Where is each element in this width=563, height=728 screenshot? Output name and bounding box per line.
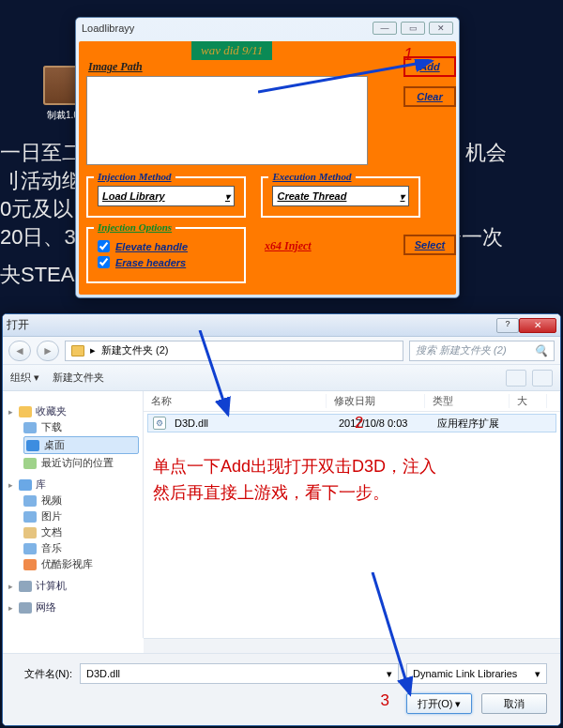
- youku-icon: [23, 559, 37, 570]
- dialog-footer: 文件名(N): D3D.dll▾ Dynamic Link Libraries▾…: [3, 653, 560, 725]
- cancel-button[interactable]: 取消: [481, 693, 547, 714]
- execution-method-value: Create Thread: [277, 190, 346, 202]
- execution-method-legend: Execution Method: [268, 171, 355, 182]
- image-path-label: Image Path: [88, 60, 449, 74]
- close-button[interactable]: ✕: [429, 22, 453, 35]
- star-icon: [19, 406, 32, 417]
- new-folder-button[interactable]: 新建文件夹: [53, 371, 104, 385]
- filetype-select[interactable]: Dynamic Link Libraries▾: [406, 663, 547, 684]
- tree-favorites[interactable]: 收藏夹: [36, 404, 67, 418]
- bg-text: 刂活动继: [0, 167, 83, 195]
- maximize-button[interactable]: ▭: [401, 22, 425, 35]
- bg-text: 一日至二: [0, 139, 83, 167]
- horizontal-scrollbar[interactable]: [144, 638, 560, 653]
- filename-label: 文件名(N):: [16, 667, 72, 681]
- execution-method-group: Execution Method Create Thread ▾: [261, 176, 420, 218]
- injection-method-value: Load Library: [102, 190, 165, 202]
- bg-text: 0元及以: [0, 195, 73, 223]
- download-icon: [23, 422, 37, 433]
- col-name[interactable]: 名称: [144, 394, 327, 408]
- annotation-2: 2: [355, 414, 363, 432]
- tree-documents[interactable]: 文档: [41, 525, 62, 539]
- annotation-1: 1: [403, 45, 413, 65]
- dialog-close-button[interactable]: ✕: [519, 318, 556, 333]
- annotation-3: 3: [381, 691, 389, 710]
- banner-text: wav did 9/11: [191, 41, 272, 60]
- document-icon: [23, 527, 37, 538]
- elevate-handle-label: Elevate handle: [115, 241, 188, 252]
- tree-downloads[interactable]: 下载: [41, 420, 62, 434]
- x64-inject-label: x64 Inject: [265, 239, 312, 253]
- filetype-value: Dynamic Link Libraries: [413, 668, 517, 679]
- help-icon[interactable]: [532, 370, 553, 387]
- file-name: D3D.dll: [171, 417, 335, 429]
- file-open-dialog: 打开 ? ✕ ◄ ► ▸ 新建文件夹 (2) 搜索 新建文件夹 (2) 🔍 组织…: [2, 313, 561, 726]
- organize-menu[interactable]: 组织 ▾: [10, 371, 39, 385]
- recent-icon: [23, 458, 37, 469]
- library-icon: [19, 479, 32, 491]
- folder-icon: [71, 345, 84, 356]
- dll-icon: ⚙: [153, 417, 166, 430]
- tree-computer[interactable]: 计算机: [36, 579, 67, 593]
- tree-music[interactable]: 音乐: [41, 541, 62, 555]
- file-type: 应用程序扩展: [434, 417, 518, 431]
- view-options-button[interactable]: [506, 370, 526, 387]
- bg-text: 20日、3: [0, 223, 76, 251]
- image-path-list[interactable]: [86, 76, 368, 165]
- tree-pictures[interactable]: 图片: [41, 509, 62, 523]
- computer-icon: [19, 581, 32, 592]
- file-row[interactable]: ⚙ D3D.dll 2017/10/8 0:03 应用程序扩展: [147, 414, 556, 432]
- erase-headers-label: Erase headers: [115, 257, 186, 268]
- nav-row: ◄ ► ▸ 新建文件夹 (2) 搜索 新建文件夹 (2) 🔍: [3, 337, 560, 365]
- search-icon: 🔍: [534, 344, 548, 357]
- injection-method-group: Injection Method Load Library ▾: [86, 176, 246, 218]
- tree-recent[interactable]: 最近访问的位置: [41, 456, 114, 470]
- clear-button[interactable]: Clear: [403, 86, 456, 107]
- file-date: 2017/10/8 0:03: [335, 417, 434, 429]
- breadcrumb-segment: 新建文件夹 (2): [101, 343, 169, 357]
- chevron-down-icon: ▾: [400, 191, 404, 202]
- nav-tree[interactable]: ▸收藏夹 下载 桌面 最近访问的位置 ▸库 视频 图片 文档 音乐 优酷影视库 …: [3, 391, 144, 638]
- tree-libraries[interactable]: 库: [36, 478, 46, 492]
- back-button[interactable]: ◄: [8, 341, 31, 361]
- filename-input[interactable]: D3D.dll▾: [80, 663, 399, 684]
- col-size[interactable]: 大: [510, 394, 547, 408]
- search-placeholder: 搜索 新建文件夹 (2): [416, 343, 507, 357]
- filename-value: D3D.dll: [86, 668, 120, 679]
- bg-text: 夬STEA: [0, 261, 74, 289]
- instruction-text: 单点一下Add出现打开双击D3D，注入 然后再直接上游戏，看下一步。: [153, 453, 436, 506]
- video-icon: [23, 495, 37, 507]
- music-icon: [23, 543, 37, 554]
- injection-options-group: Injection Options Elevate handle Erase h…: [86, 227, 246, 283]
- network-icon: [19, 602, 32, 614]
- erase-headers-checkbox[interactable]: Erase headers: [98, 256, 235, 268]
- injection-method-legend: Injection Method: [94, 171, 175, 182]
- elevate-handle-checkbox[interactable]: Elevate handle: [98, 240, 235, 252]
- column-headers[interactable]: 名称 修改日期 类型 大: [144, 391, 560, 412]
- tree-desktop[interactable]: 桌面: [44, 438, 65, 452]
- breadcrumb[interactable]: ▸ 新建文件夹 (2): [65, 341, 403, 361]
- execution-method-select[interactable]: Create Thread ▾: [272, 186, 409, 206]
- file-list: 名称 修改日期 类型 大 ⚙ D3D.dll 2017/10/8 0:03 应用…: [144, 391, 560, 638]
- tree-network[interactable]: 网络: [36, 600, 56, 614]
- dialog-title: 打开: [7, 317, 29, 333]
- titlebar[interactable]: Loadlibrayy — ▭ ✕: [76, 18, 459, 38]
- injection-method-select[interactable]: Load Library ▾: [98, 186, 235, 206]
- window-title: Loadlibrayy: [82, 23, 134, 34]
- open-button[interactable]: 打开(O) ▾: [406, 693, 472, 714]
- tree-video[interactable]: 视频: [41, 493, 62, 508]
- col-date[interactable]: 修改日期: [327, 394, 425, 408]
- col-type[interactable]: 类型: [425, 394, 510, 408]
- injector-window: Loadlibrayy — ▭ ✕ wav did 9/11 Add Clear…: [75, 17, 460, 298]
- chevron-down-icon: ▾: [225, 191, 230, 202]
- select-button[interactable]: Select: [403, 235, 456, 255]
- injection-options-legend: Injection Options: [94, 221, 175, 233]
- dialog-titlebar[interactable]: 打开 ? ✕: [3, 314, 560, 337]
- search-input[interactable]: 搜索 新建文件夹 (2) 🔍: [409, 341, 555, 361]
- help-button[interactable]: ?: [496, 318, 519, 333]
- minimize-button[interactable]: —: [373, 22, 397, 35]
- desktop-icon: [26, 440, 39, 451]
- forward-button[interactable]: ►: [37, 341, 59, 361]
- tree-youku[interactable]: 优酷影视库: [41, 557, 93, 571]
- bg-text: 机会: [465, 139, 507, 167]
